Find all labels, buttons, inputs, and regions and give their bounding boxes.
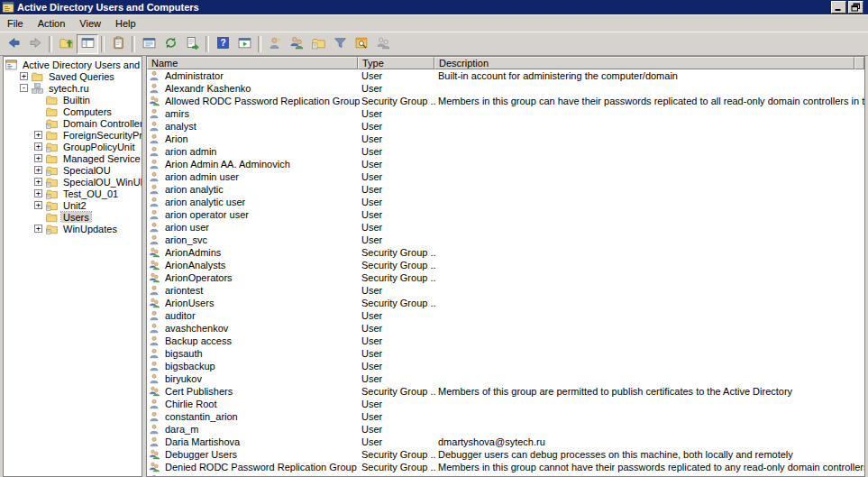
console-window-button[interactable] (138, 34, 160, 54)
list-row-arion-operator-user[interactable]: arion operator userUser (147, 208, 864, 221)
forward-button[interactable] (24, 34, 46, 54)
tree-item-test-ou-01[interactable]: +Test_OU_01 (4, 188, 142, 199)
list-row-arion-analytic[interactable]: arion analyticUser (147, 183, 864, 196)
expander-plus-icon[interactable]: + (34, 166, 42, 174)
list-row-dimonsky[interactable]: dimonskyUser (147, 473, 864, 476)
list-row-alexandr-kashenko[interactable]: Alexandr KashenkoUser (147, 82, 864, 95)
name-cell: analyst (163, 121, 360, 132)
list-row-arion-svc[interactable]: arion_svcUser (147, 234, 864, 246)
list-row-arionadmins[interactable]: ArionAdminsSecurity Group ... (147, 246, 864, 259)
list-row-arion-admin-user[interactable]: arion admin userUser (147, 170, 864, 183)
expander-plus-icon[interactable]: + (34, 201, 42, 209)
list-row-chirlie-root[interactable]: Chirlie RootUser (147, 398, 864, 410)
column-header-name[interactable]: Name (147, 57, 358, 69)
tree-item-builtin[interactable]: Builtin (4, 94, 142, 105)
list-row-arionanalysts[interactable]: ArionAnalystsSecurity Group ... (147, 259, 864, 271)
list-row-debugger-users[interactable]: Debugger UsersSecurity Group ...Debugger… (147, 448, 864, 461)
list-row-bigsbackup[interactable]: bigsbackupUser (147, 360, 864, 372)
filter-button[interactable] (329, 34, 351, 54)
list-row-allowed-rodc-password-replication-group[interactable]: Allowed RODC Password Replication GroupS… (147, 95, 864, 107)
minimize-button[interactable] (831, 1, 846, 14)
column-header-description[interactable]: Description (434, 57, 854, 69)
name-cell: ArionAdmins (163, 247, 360, 258)
type-cell: Security Group ... (360, 462, 436, 472)
tree-item-grouppolicyunit[interactable]: +GroupPolicyUnit (4, 141, 142, 152)
tree-item-label: GroupPolicyUnit (61, 142, 136, 152)
tree-item-saved-queries[interactable]: +Saved Queries (4, 70, 142, 82)
list-row-biryukov[interactable]: biryukovUser (147, 372, 864, 385)
tree-item-label: Domain Controllers (61, 118, 142, 129)
expander-plus-icon[interactable]: + (34, 131, 42, 139)
list-row-analyst[interactable]: analystUser (147, 120, 864, 133)
tree-item-winupdates[interactable]: +WinUpdates (4, 223, 142, 234)
ou-folder-icon (46, 177, 59, 188)
new-ou-button[interactable] (307, 34, 329, 54)
list-row-arion-admin[interactable]: arion adminUser (147, 145, 864, 158)
user-icon (149, 133, 161, 144)
show-hide-console-tree-button[interactable] (77, 34, 98, 54)
restore-button[interactable] (848, 1, 863, 14)
toolbar-separator (49, 36, 52, 52)
show-window-button[interactable] (233, 34, 255, 54)
new-group-button[interactable] (286, 34, 307, 54)
list-row-backup-access[interactable]: Backup accessUser (147, 335, 864, 347)
list-row-constantin-arion[interactable]: constantin_arionUser (147, 410, 864, 423)
type-cell: User (360, 121, 436, 132)
tree-item-active-directory-users-and-comput[interactable]: Active Directory Users and Comput (4, 59, 142, 70)
list-row-administrator[interactable]: AdministratorUserBuilt-in account for ad… (147, 69, 864, 82)
back-button[interactable] (3, 34, 24, 54)
list-row-arion-analytic-user[interactable]: arion analytic userUser (147, 196, 864, 208)
tree-item-unit2[interactable]: +Unit2 (4, 199, 142, 211)
expander-minus-icon[interactable]: - (20, 84, 28, 92)
expander-plus-icon[interactable]: + (34, 142, 42, 151)
type-cell: User (360, 310, 436, 321)
list-row-cert-publishers[interactable]: Cert PublishersSecurity Group ...Members… (147, 385, 864, 398)
list-row-arionoperators[interactable]: ArionOperatorsSecurity Group ... (147, 271, 864, 284)
list-row-ariontest[interactable]: ariontestUser (147, 284, 864, 297)
type-cell: User (360, 373, 436, 384)
column-header-type[interactable]: Type (358, 57, 434, 69)
find-button[interactable] (351, 34, 372, 54)
refresh-button[interactable] (160, 34, 181, 54)
new-user-button[interactable] (264, 34, 286, 54)
list-row-bigsauth[interactable]: bigsauthUser (147, 347, 864, 360)
user-icon (149, 436, 161, 447)
tree-item-domain-controllers[interactable]: Domain Controllers (4, 117, 142, 129)
list-row-denied-rodc-password-replication-group[interactable]: Denied RODC Password Replication GroupSe… (147, 461, 864, 473)
menu-help[interactable]: Help (108, 16, 143, 32)
export-list-button[interactable] (181, 34, 203, 54)
expander-plus-icon[interactable]: + (34, 189, 42, 197)
tree-item-computers[interactable]: Computers (4, 105, 142, 117)
expander-plus-icon[interactable]: + (34, 225, 42, 233)
svg-text:?: ? (220, 38, 225, 48)
new-ou-icon (312, 36, 325, 52)
list-row-amirs[interactable]: amirsUser (147, 107, 864, 120)
tree-item-sytech-ru[interactable]: -sytech.ru (4, 82, 142, 94)
name-cell: ArionAnalysts (163, 260, 360, 271)
expander-plus-icon[interactable]: + (34, 178, 42, 186)
properties-button[interactable] (107, 34, 129, 54)
delegate-button[interactable] (372, 34, 394, 54)
list-row-auditor[interactable]: auditorUser (147, 309, 864, 322)
list-row-arion-user[interactable]: arion userUser (147, 221, 864, 234)
tree-item-users[interactable]: Users (4, 211, 142, 223)
menu-action[interactable]: Action (31, 16, 73, 32)
tree-item-specialou-winupd[interactable]: +SpecialOU_WinUPD (4, 176, 142, 188)
tree-item-label: Users (61, 212, 91, 223)
list-header: Name Type Description (147, 57, 864, 69)
tree-item-specialou[interactable]: +SpecialOU (4, 164, 142, 176)
list-row-arion-admin-aa-adminovich[interactable]: Arion Admin AA. AdminovichUser (147, 158, 864, 170)
tree-item-managed-service-accounts[interactable]: +Managed Service Accounts (4, 152, 142, 164)
menu-view[interactable]: View (72, 16, 108, 32)
list-row-avashchenkov[interactable]: avashchenkovUser (147, 322, 864, 335)
list-row-arion[interactable]: ArionUser (147, 133, 864, 145)
help-button[interactable]: ? (212, 34, 233, 54)
list-row-arionusers[interactable]: ArionUsersSecurity Group ... (147, 297, 864, 309)
menu-file[interactable]: File (0, 16, 31, 32)
list-row-daria-martishova[interactable]: Daria MartishovaUserdmartyshova@sytech.r… (147, 436, 864, 448)
expander-plus-icon[interactable]: + (20, 72, 28, 80)
up-one-level-button[interactable] (55, 34, 77, 54)
tree-item-foreignsecurityprincipals[interactable]: +ForeignSecurityPrincipals (4, 129, 142, 141)
expander-plus-icon[interactable]: + (34, 154, 42, 162)
list-row-dara-m[interactable]: dara_mUser (147, 423, 864, 436)
